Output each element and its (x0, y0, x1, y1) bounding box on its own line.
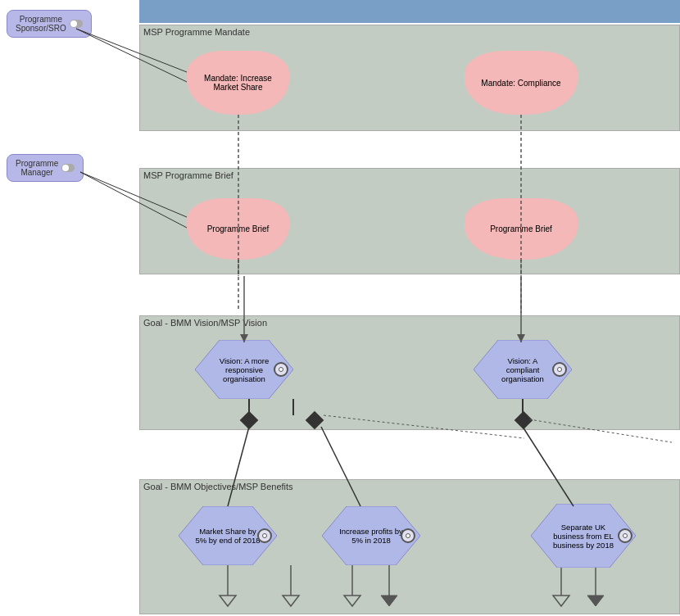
target-icon-vision-compliant (552, 362, 567, 377)
lane-brief-label: MSP Programme Brief (143, 170, 233, 180)
hex-vision-responsive: Vision: A more responsive organisation (195, 340, 293, 399)
manager-toggle-icon[interactable] (61, 164, 75, 172)
role-sponsor-label: Programme Sponsor/SRO (16, 15, 66, 33)
blob-brief-1: Programme Brief (187, 198, 289, 260)
target-icon-market-share (257, 528, 272, 543)
role-manager-label: Programme Manager (16, 159, 58, 177)
hex-vision-compliant: Vision: A compliant organisation (474, 340, 572, 399)
target-icon-vision-responsive (274, 362, 288, 377)
sponsor-toggle-icon[interactable] (70, 20, 83, 28)
diagram-container: MSP Programme Mandate MSP Programme Brie… (0, 0, 680, 616)
blob-mandate-increase: Mandate: Increase Market Share (187, 51, 289, 115)
hex-separate-business: Separate UK business from EL business by… (531, 504, 636, 568)
top-bar (139, 0, 680, 23)
role-programme-manager[interactable]: Programme Manager (7, 154, 84, 182)
blob-brief-2: Programme Brief (465, 198, 578, 260)
hex-market-share: Market Share by 5% by end of 2018 (179, 506, 277, 565)
lane-vision-label: Goal - BMM Vision/MSP Vision (143, 318, 267, 328)
target-icon-separate-business (618, 528, 632, 543)
lane-objectives-label: Goal - BMM Objectives/MSP Benefits (143, 482, 293, 491)
target-icon-increase-profits (401, 528, 415, 543)
hex-increase-profits: Increase profits by 5% in 2018 (322, 506, 420, 565)
blob-mandate-compliance: Mandate: Compliance (465, 51, 578, 115)
role-programme-sponsor[interactable]: Programme Sponsor/SRO (7, 10, 92, 38)
lane-mandate-label: MSP Programme Mandate (143, 27, 250, 37)
